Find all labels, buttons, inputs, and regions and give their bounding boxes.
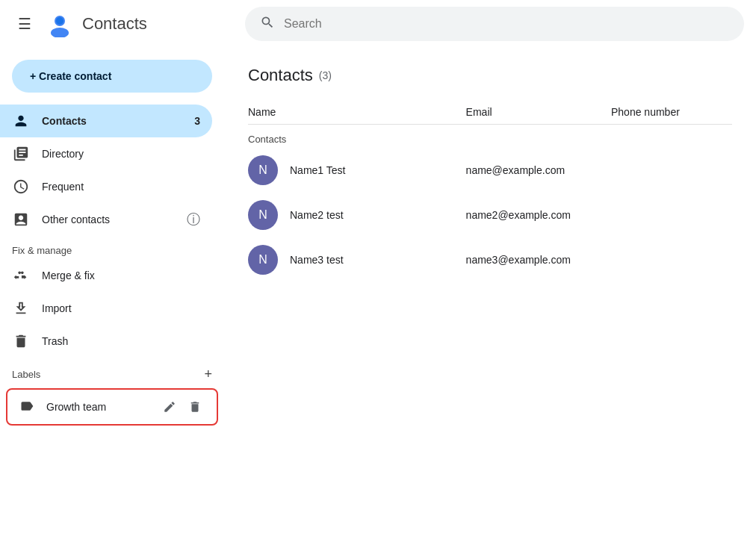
hamburger-icon[interactable]: ☰ (12, 9, 37, 39)
other-contacts-info-icon[interactable]: ⓘ (187, 211, 200, 228)
contact-name: Name3 test (290, 254, 344, 266)
contact-phone (611, 237, 732, 282)
content-title: Contacts (3) (248, 66, 732, 85)
search-bar[interactable] (245, 7, 744, 41)
frequent-label: Frequent (42, 181, 84, 193)
col-phone: Phone number (611, 100, 732, 125)
search-input[interactable] (284, 17, 729, 31)
frequent-icon (12, 178, 30, 196)
directory-icon (12, 145, 30, 163)
other-contacts-icon (12, 211, 30, 228)
label-name: Growth team (46, 401, 106, 413)
contact-name-cell: NName2 test (248, 193, 466, 237)
label-item-growth-team[interactable]: Growth team (6, 388, 218, 426)
create-contact-button[interactable]: + Create contact (12, 60, 212, 93)
svg-point-2 (56, 17, 63, 25)
contacts-badge: 3 (194, 115, 200, 127)
avatar: N (248, 245, 278, 275)
other-contacts-label: Other contacts (42, 214, 110, 225)
col-name: Name (248, 100, 466, 125)
import-label: Import (42, 302, 72, 314)
contacts-table: Name Email Phone number Contacts NName1 … (248, 100, 732, 282)
sidebar-item-contacts[interactable]: Contacts 3 (0, 105, 212, 137)
contacts-section-row: Contacts (248, 125, 732, 149)
sidebar-item-frequent[interactable]: Frequent (0, 170, 212, 203)
app-logo (46, 10, 73, 37)
avatar: N (248, 200, 278, 230)
contact-phone (611, 193, 732, 237)
label-icon (19, 399, 34, 416)
sidebar: + Create contact Contacts 3 Directory Fr… (0, 48, 224, 542)
top-bar-left: ☰ Contacts (12, 9, 236, 39)
sidebar-item-merge-fix[interactable]: Merge & fix (0, 259, 212, 292)
contact-email: name2@example.com (466, 193, 611, 237)
table-row[interactable]: NName2 testname2@example.com (248, 193, 732, 237)
labels-section-label: Labels + (0, 358, 224, 385)
content-area: Contacts (3) Name Email Phone number Con… (224, 48, 756, 542)
fix-manage-section-label: Fix & manage (0, 236, 224, 259)
table-row[interactable]: NName1 Testname@example.com (248, 148, 732, 193)
edit-label-button[interactable] (160, 397, 179, 417)
contact-name-cell: NName1 Test (248, 148, 466, 193)
contact-name-cell: NName3 test (248, 237, 466, 282)
contacts-icon (12, 112, 30, 130)
sidebar-item-import[interactable]: Import (0, 292, 212, 325)
label-actions (160, 397, 205, 417)
sidebar-item-trash[interactable]: Trash (0, 325, 212, 358)
sidebar-item-directory[interactable]: Directory (0, 137, 212, 170)
col-email: Email (466, 100, 611, 125)
avatar: N (248, 155, 278, 185)
trash-label: Trash (42, 335, 68, 347)
merge-fix-icon (12, 267, 30, 284)
trash-icon (12, 332, 30, 350)
contacts-label: Contacts (42, 115, 87, 127)
table-row[interactable]: NName3 testname3@example.com (248, 237, 732, 282)
add-label-button[interactable]: + (204, 367, 212, 382)
search-icon (260, 15, 275, 34)
sidebar-item-other-contacts[interactable]: Other contacts ⓘ (0, 203, 212, 236)
main-layout: + Create contact Contacts 3 Directory Fr… (0, 48, 756, 542)
contact-email: name3@example.com (466, 237, 611, 282)
app-title: Contacts (82, 14, 147, 34)
contact-name: Name1 Test (290, 164, 345, 176)
svg-point-1 (51, 28, 69, 37)
directory-label: Directory (42, 148, 84, 160)
import-icon (12, 299, 30, 317)
top-bar: ☰ Contacts (0, 0, 756, 48)
contact-phone (611, 148, 732, 193)
contact-email: name@example.com (466, 148, 611, 193)
delete-label-button[interactable] (185, 397, 205, 417)
table-header-row: Name Email Phone number (248, 100, 732, 125)
contact-name: Name2 test (290, 209, 344, 221)
merge-fix-label: Merge & fix (42, 270, 95, 281)
contacts-count: (3) (319, 69, 332, 81)
